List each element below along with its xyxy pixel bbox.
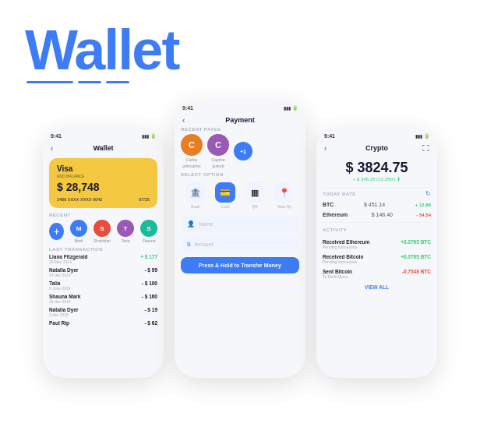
card-brand: Visa: [57, 164, 150, 173]
avatar-shauna: S: [140, 220, 157, 237]
name-placeholder: Name: [199, 221, 214, 227]
nearby-icon: 📍: [274, 182, 295, 203]
battery-icon: 🔋: [292, 105, 298, 111]
table-row: Liana Fitzgerald29 May 2019 + $ 177: [49, 254, 157, 264]
payee-name-caprice: Caprice: [211, 157, 224, 162]
rate-change-ethereum: - 54.54: [416, 213, 431, 217]
tx-date: 9 June 2019: [49, 286, 71, 291]
tx-amount: - $ 100: [142, 280, 157, 286]
option-nearby[interactable]: 📍 Near By: [274, 182, 295, 209]
tx-amount: - $ 99: [144, 267, 157, 273]
phone-payment: 9:41 ▮▮▮ 🔋 ‹ Payment RECENT PAYEE C Carl…: [175, 101, 305, 378]
tx-name: Liana Fitzgerald: [49, 254, 87, 259]
avatar-shakhileri: S: [94, 220, 111, 237]
payee-name-carlos: Carlos: [186, 157, 197, 162]
signal-icon: ▮▮▮: [284, 105, 291, 111]
qr-icon: ▦: [245, 182, 265, 203]
add-contact-button[interactable]: +: [49, 223, 64, 240]
act-title: Sent Bitcoin: [323, 269, 352, 274]
option-card[interactable]: 💳 Card: [215, 182, 235, 209]
card-balance: $ 28,748: [57, 181, 150, 193]
crypto-screen-title: Crypto: [365, 144, 388, 152]
phone-time: 9:41: [324, 133, 335, 139]
title-underline: [26, 81, 455, 83]
wallet-screen-title: Wallet: [93, 144, 113, 152]
payee-sub-carlos: johncarlos: [183, 164, 201, 168]
option-qr[interactable]: ▦ QR: [245, 182, 265, 209]
phone-time: 9:41: [182, 105, 193, 111]
back-arrow-icon[interactable]: ‹: [324, 144, 326, 153]
tx-amount: + $ 177: [140, 254, 157, 259]
visa-card: Visa END BALANCE $ 28,748 2486 XXXX XXXX…: [49, 158, 157, 208]
divider: [323, 187, 431, 188]
option-label-bank: Bank: [191, 204, 199, 209]
contact-shakhileri: S Shakhileri: [94, 220, 111, 243]
select-options: 🏦 Bank 💳 Card ▦ QR 📍 Near By: [175, 179, 305, 212]
expand-icon[interactable]: ⛶: [422, 144, 429, 152]
contact-mark: M Mark: [70, 220, 87, 243]
crypto-balance-change: + $ 346.25 (10.25%) ⬆: [316, 176, 437, 182]
battery-icon: 🔋: [150, 133, 156, 139]
contacts-row: + M Mark S Shakhileri T Taria S Shauna: [43, 220, 164, 243]
back-arrow-icon[interactable]: ‹: [51, 144, 53, 153]
status-icons: ▮▮▮ 🔋: [284, 105, 298, 111]
table-row: Talia9 June 2019 - $ 100: [49, 280, 157, 291]
payee-caprice: C Caprice juniorb: [207, 134, 229, 168]
transfer-button[interactable]: Press & Hold to Transfer Money: [181, 257, 299, 273]
option-bank[interactable]: 🏦 Bank: [185, 182, 206, 209]
tx-name: Shauna Mark: [49, 294, 80, 299]
rate-price-ethereum: $ 148.40: [372, 212, 393, 217]
tx-amount: - $ 62: [144, 320, 157, 326]
rate-name-btc: BTC: [323, 202, 334, 207]
amount-input-field[interactable]: $ Amount: [181, 236, 299, 252]
wallet-screen-header: ‹ Wallet: [43, 141, 164, 155]
contact-name-shakhileri: Shakhileri: [94, 238, 111, 243]
avatar-mark: M: [70, 220, 87, 237]
list-item: Sent Bitcoin To Elodi Myers -0.7548 BTC: [316, 266, 437, 281]
crypto-balance-amount: $ 3824.75: [316, 160, 437, 176]
contact-shauna: S Shauna: [140, 220, 157, 243]
payee-row: C Carlos johncarlos C Caprice juniorb +1: [175, 134, 305, 168]
back-arrow-icon[interactable]: ‹: [182, 116, 185, 125]
rate-change-btc: + 12.86: [415, 203, 431, 207]
phone-crypto: 9:41 ▮▮▮ 🔋 ‹ Crypto ⛶ $ 3824.75 + $ 346.…: [316, 129, 437, 378]
payee-more: +1: [234, 142, 252, 161]
card-number: 2486 XXXX XXXX 6042: [57, 197, 102, 202]
refresh-icon[interactable]: ↻: [425, 190, 431, 197]
battery-icon: 🔋: [424, 133, 429, 139]
table-row: Shauna Mark29 dec 2019 - $ 160: [49, 294, 157, 304]
table-row: Paul Rip - $ 62: [49, 320, 157, 326]
option-label-qr: QR: [252, 204, 258, 209]
today-rate-label: TODAY RATE: [323, 192, 356, 196]
tx-date: 29 dec 2019: [49, 299, 80, 304]
act-title: Received Bitcoin: [323, 254, 363, 259]
more-badge: +1: [234, 142, 252, 161]
payee-sub-caprice: juniorb: [212, 164, 224, 168]
act-amount: +0.3765 BTC: [401, 254, 431, 259]
card-icon: 💳: [215, 182, 235, 203]
phone-status-bar: 9:41 ▮▮▮ 🔋: [175, 101, 305, 113]
contact-name-mark: Mark: [74, 238, 83, 243]
divider: [323, 222, 431, 223]
contact-name-shauna: Shauna: [142, 238, 155, 243]
tx-date: 29 May 2019: [49, 259, 87, 264]
rate-btc: BTC $ 451.14 + 12.86: [316, 199, 437, 210]
option-label-card: Card: [221, 204, 230, 209]
table-row: Natalia Dyer14 dec 2014 - $ 99: [49, 267, 157, 277]
list-item: Received Ethereum Pending transaction +0…: [316, 237, 437, 252]
payment-screen-header: ‹ Payment: [175, 113, 305, 127]
payee-carlos: C Carlos johncarlos: [181, 134, 203, 168]
phones-container: 9:41 ▮▮▮ 🔋 ‹ Wallet Visa END BALANCE $ 2…: [0, 93, 480, 390]
tx-amount: - $ 160: [142, 294, 157, 299]
act-amount: -0.7548 BTC: [402, 269, 431, 274]
name-input-field[interactable]: 👤 Name: [181, 216, 299, 232]
avatar-taria: T: [117, 220, 134, 237]
avatar-caprice: C: [207, 134, 229, 156]
tx-name: Talia: [49, 280, 71, 286]
list-item: Received Bitcoin Pending transaction +0.…: [316, 252, 437, 266]
rate-name-ethereum: Ethereum: [323, 212, 348, 217]
act-title: Received Ethereum: [323, 239, 369, 245]
avatar-carlos: C: [181, 134, 203, 156]
view-all-link[interactable]: VIEW ALL: [316, 284, 437, 290]
tx-name: Paul Rip: [49, 320, 69, 326]
